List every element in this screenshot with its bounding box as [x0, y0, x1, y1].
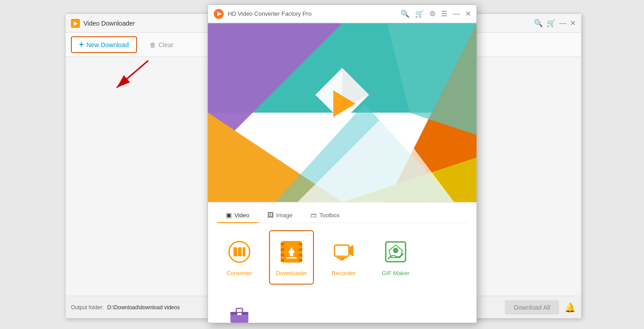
gif-maker-icon	[382, 238, 409, 265]
clear-label: Clear	[159, 41, 173, 48]
svg-rect-22	[281, 248, 284, 251]
bottom-section: ▣ Video 🖼 Image 🗃 Toolbox	[208, 202, 476, 323]
toolbox-tab-icon: 🗃	[310, 211, 317, 219]
footer-right: Download All 🔔	[505, 300, 576, 315]
settings-icon[interactable]: ⚙	[429, 9, 436, 18]
recorder-icon	[330, 238, 357, 265]
svg-rect-28	[299, 259, 302, 262]
toolbox-icon	[226, 300, 253, 323]
new-download-label: New Download	[87, 41, 129, 48]
svg-rect-25	[299, 243, 302, 246]
hero-graphic	[208, 23, 476, 202]
gif-maker-label: GIF Maker	[382, 270, 409, 276]
svg-rect-26	[299, 248, 302, 251]
svg-rect-32	[335, 245, 349, 256]
svg-rect-23	[281, 254, 284, 256]
svg-rect-17	[234, 247, 237, 256]
search-icon-main[interactable]: 🔍	[401, 9, 410, 18]
converter-label: Converter	[226, 270, 252, 276]
minimize-icon[interactable]: —	[559, 19, 566, 27]
svg-rect-21	[281, 243, 284, 246]
downloader-card[interactable]: Downloader	[269, 230, 314, 285]
download-all-button[interactable]: Download All	[505, 300, 559, 315]
search-icon[interactable]: 🔍	[534, 19, 543, 27]
converter-card[interactable]: Converter	[217, 230, 262, 285]
tab-toolbox[interactable]: 🗃 Toolbox	[301, 208, 348, 223]
svg-rect-31	[286, 257, 297, 259]
svg-rect-34	[337, 257, 347, 259]
tab-video[interactable]: ▣ Video	[217, 208, 258, 223]
category-tabs: ▣ Video 🖼 Image 🗃 Toolbox	[217, 202, 468, 223]
close-icon-main[interactable]: ✕	[465, 9, 471, 18]
image-tab-label: Image	[276, 212, 292, 219]
toolbox-tab-label: Toolbox	[319, 212, 340, 219]
svg-rect-35	[340, 259, 344, 260]
gif-maker-card[interactable]: GIF Maker	[373, 230, 418, 285]
toolbox-card[interactable]: Toolbox	[217, 292, 262, 323]
downloader-icon	[278, 238, 305, 265]
svg-rect-19	[243, 247, 245, 256]
svg-rect-27	[299, 254, 302, 256]
new-download-button[interactable]: + New Download	[71, 36, 137, 53]
svg-rect-18	[238, 247, 242, 256]
module-grid: Converter	[217, 230, 468, 323]
tab-image[interactable]: 🖼 Image	[258, 208, 301, 223]
cart-icon-main[interactable]: 🛒	[415, 9, 424, 18]
main-titlebar: HD Video Converter Factory Pro 🔍 🛒 ⚙ ☰ —…	[208, 5, 476, 23]
minimize-icon-main[interactable]: —	[453, 10, 460, 18]
clear-button[interactable]: 🗑 Clear	[144, 39, 179, 51]
main-window-title: HD Video Converter Factory Pro	[228, 10, 401, 17]
menu-icon[interactable]: ☰	[441, 9, 447, 18]
converter-icon	[226, 238, 253, 265]
bg-app-icon: ▶	[71, 19, 80, 28]
output-folder-label: Output folder:	[71, 304, 104, 311]
svg-rect-42	[237, 313, 242, 315]
bg-window-controls: 🔍 🛒 — ✕	[534, 19, 576, 27]
svg-rect-24	[281, 259, 284, 262]
bell-icon[interactable]: 🔔	[565, 302, 576, 313]
main-window: HD Video Converter Factory Pro 🔍 🛒 ⚙ ☰ —…	[207, 4, 477, 323]
output-folder-path: D:\Download\download videos	[107, 304, 180, 311]
trash-icon: 🗑	[150, 41, 156, 48]
close-icon[interactable]: ✕	[570, 19, 576, 27]
plus-icon: +	[79, 40, 84, 49]
video-tab-icon: ▣	[226, 211, 232, 219]
cart-icon[interactable]: 🛒	[547, 19, 556, 27]
image-tab-icon: 🖼	[267, 211, 273, 219]
recorder-label: Recorder	[331, 270, 355, 276]
video-tab-label: Video	[234, 212, 249, 219]
downloader-label: Downloader	[276, 270, 307, 276]
main-titlebar-controls: 🔍 🛒 ⚙ ☰ — ✕	[401, 9, 471, 18]
bg-window-title: Video Downloader	[84, 20, 135, 27]
recorder-card[interactable]: Recorder	[321, 230, 366, 285]
svg-point-38	[393, 248, 398, 253]
svg-rect-30	[290, 253, 293, 256]
hero-area	[208, 23, 476, 202]
app-logo	[213, 9, 224, 19]
